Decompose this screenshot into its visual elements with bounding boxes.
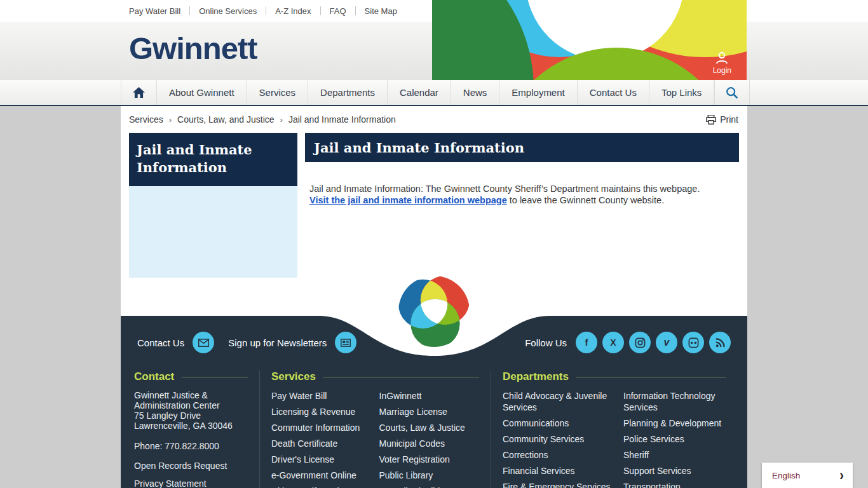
utility-link[interactable]: Site Map	[346, 6, 397, 16]
utility-link[interactable]: Online Services	[180, 6, 257, 16]
instagram-button[interactable]	[629, 332, 651, 353]
footer-link[interactable]: Police Services	[623, 433, 734, 445]
body-text-after-link: to leave the Gwinnett County website.	[507, 195, 664, 205]
breadcrumb-services[interactable]: Services	[129, 114, 163, 125]
breadcrumb: Services › Courts, Law, and Justice › Ja…	[129, 114, 396, 125]
nav-list	[121, 80, 157, 105]
printer-icon	[706, 115, 716, 125]
utility-link[interactable]: A-Z Index	[257, 6, 311, 16]
footer-address: Gwinnett Justice &Administration Center7…	[134, 390, 255, 431]
nav-items: About GwinnettServicesDepartmentsCalenda…	[157, 80, 714, 105]
address-line: 75 Langley Drive	[134, 410, 255, 421]
instagram-icon	[635, 337, 646, 348]
follow-us-label: Follow Us	[525, 337, 567, 348]
footer-link[interactable]: Planning & Development	[623, 417, 734, 429]
footer-link[interactable]: Privacy Statement	[134, 478, 255, 488]
login-button[interactable]: Login	[713, 50, 731, 75]
nav-item[interactable]: Employment	[499, 80, 577, 105]
utility-link[interactable]: Pay Water Bill	[129, 6, 180, 16]
footer-link[interactable]: Information Technology Services	[623, 390, 734, 413]
footer-link[interactable]: Commuter Information	[271, 422, 379, 433]
svg-text:f: f	[585, 337, 589, 348]
footer-link[interactable]: Transportation	[623, 481, 734, 488]
language-selector[interactable]: English ›	[762, 463, 853, 488]
rss-button[interactable]	[709, 332, 731, 353]
user-icon	[714, 50, 729, 65]
footer-link[interactable]: Support Services	[623, 465, 734, 477]
vimeo-icon: v	[661, 337, 672, 348]
footer-services-list-1: Pay Water BillLicensing & RevenueCommute…	[271, 390, 379, 488]
footer-link[interactable]: Financial Services	[503, 465, 618, 477]
page-title: Jail and Inmate Information	[305, 133, 739, 162]
svg-text:v: v	[664, 337, 670, 348]
print-button[interactable]: Print	[706, 114, 738, 125]
nav-item[interactable]: About Gwinnett	[157, 80, 247, 105]
footer-link[interactable]: Community Services	[503, 433, 618, 445]
footer-link[interactable]: Sheriff	[623, 449, 734, 461]
breadcrumb-separator: ›	[280, 115, 283, 125]
footer-link[interactable]: Fire & Emergency Services	[503, 481, 618, 488]
footer-region: Contact Us Sign up for Newsletters	[0, 316, 868, 488]
footer-link[interactable]: Child Advocacy & Juvenile Services	[503, 390, 618, 413]
footer-departments-column: Departments Child Advocacy & Juvenile Se…	[491, 370, 734, 488]
footer-link[interactable]: Citizen Self Service	[271, 485, 379, 488]
gwinnett-logo[interactable]: Gwinnett	[129, 30, 257, 66]
svg-text:X: X	[610, 337, 616, 348]
footer-link[interactable]: Marriage License	[379, 406, 487, 417]
jail-inmate-webpage-link[interactable]: Visit the jail and inmate information we…	[309, 195, 507, 205]
footer-link[interactable]: Recycling/Solid Waste	[379, 485, 487, 488]
footer-link[interactable]: Open Records Request	[134, 460, 255, 471]
footer-departments-list-1: Child Advocacy & Juvenile ServicesCommun…	[503, 390, 623, 488]
footer-services-list-2: InGwinnettMarriage LicenseCourts, Law & …	[379, 390, 487, 488]
language-selected: English	[772, 471, 800, 480]
footer-phone: Phone: 770.822.8000	[134, 441, 255, 451]
address-line: Gwinnett Justice &	[134, 390, 255, 400]
newsletter-label: Sign up for Newsletters	[228, 337, 327, 348]
footer-contact-column: Contact Gwinnett Justice &Administration…	[134, 370, 260, 488]
footer-departments-heading: Departments	[503, 370, 569, 383]
footer-link[interactable]: Municipal Codes	[379, 438, 487, 449]
footer-link[interactable]: Licensing & Revenue	[271, 406, 379, 417]
nav-item[interactable]: Calendar	[388, 80, 451, 105]
utility-links: Pay Water BillOnline ServicesA-Z IndexFA…	[129, 6, 397, 16]
venn-banner-graphic	[432, 0, 747, 80]
sidebar-title: Jail and Inmate Information	[129, 133, 297, 186]
body-text: Jail and Inmate Information: The Gwinnet…	[309, 184, 700, 194]
nav-home-button[interactable]	[121, 80, 157, 105]
breadcrumb-courts-law-justice[interactable]: Courts, Law, and Justice	[177, 114, 275, 125]
nav-item[interactable]: Services	[247, 80, 309, 105]
flickr-icon	[688, 337, 699, 348]
flickr-button[interactable]	[682, 332, 704, 353]
newsletter-signup-button[interactable]	[335, 332, 356, 353]
main-navigation: About GwinnettServicesDepartmentsCalenda…	[0, 80, 868, 106]
nav-item[interactable]: Contact Us	[578, 80, 649, 105]
nav-item[interactable]: Top Links	[649, 80, 714, 105]
nav-item[interactable]: Departments	[308, 80, 388, 105]
footer-link[interactable]: e-Government Online	[271, 470, 379, 481]
vimeo-button[interactable]: v	[656, 332, 677, 353]
brand-venn-banner: Login	[432, 0, 747, 80]
x-twitter-icon: X	[607, 337, 619, 348]
x-twitter-button[interactable]: X	[602, 332, 624, 353]
facebook-button[interactable]: f	[576, 332, 597, 353]
footer-link[interactable]: Communications	[503, 417, 618, 429]
breadcrumb-current: Jail and Inmate Information	[288, 114, 396, 125]
footer-contact-heading: Contact	[134, 370, 174, 383]
footer-services-heading: Services	[271, 370, 316, 383]
utility-link[interactable]: FAQ	[311, 6, 346, 16]
footer-link[interactable]: Public Library	[379, 470, 487, 481]
sidebar-panel	[129, 186, 297, 278]
footer-link[interactable]: Voter Registration	[379, 454, 487, 465]
footer-link[interactable]: Corrections	[503, 449, 618, 461]
footer-link[interactable]: Death Certificate	[271, 438, 379, 449]
footer-link[interactable]: InGwinnett	[379, 390, 487, 402]
chevron-right-icon: ›	[839, 468, 844, 483]
contact-us-button[interactable]	[193, 332, 214, 353]
nav-item[interactable]: News	[451, 80, 500, 105]
footer-link[interactable]: Pay Water Bill	[271, 390, 379, 402]
site-footer: Contact Us Sign up for Newsletters	[121, 316, 747, 488]
footer-link[interactable]: Courts, Law & Justice	[379, 422, 487, 433]
address-line: Lawrenceville, GA 30046	[134, 421, 255, 431]
nav-search-button[interactable]	[714, 80, 750, 105]
footer-link[interactable]: Driver's License	[271, 454, 379, 465]
